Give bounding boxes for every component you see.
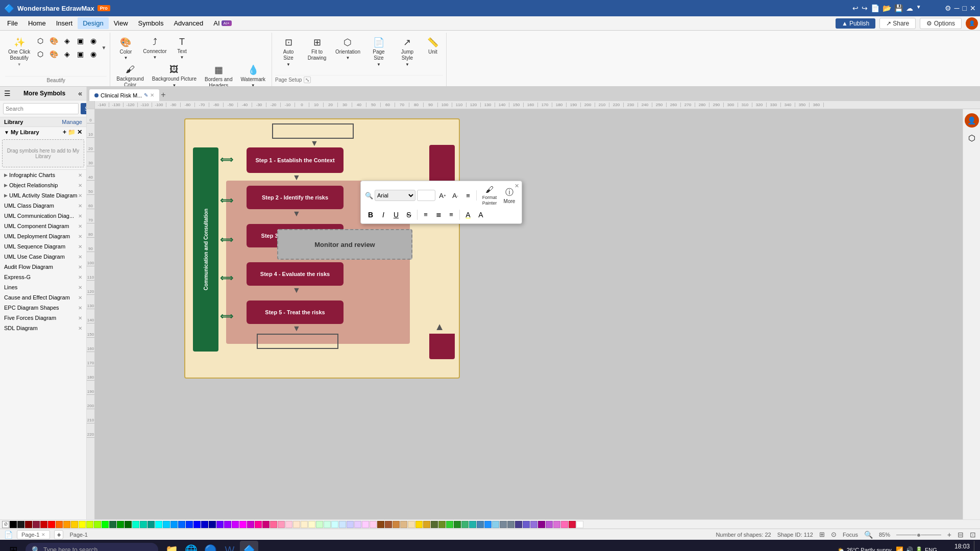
palette-c17[interactable]: [132, 521, 139, 528]
palette-c4[interactable]: [33, 521, 40, 528]
undo-btn[interactable]: ↩: [852, 4, 859, 12]
palette-c42[interactable]: [324, 521, 331, 528]
palette-c33[interactable]: [255, 521, 262, 528]
palette-c66[interactable]: [507, 521, 514, 528]
color-btn[interactable]: 🎨 Color ▼: [113, 35, 138, 62]
maximize-btn[interactable]: □: [963, 4, 967, 12]
sidebar-item-expressg[interactable]: Express-G ✕: [0, 272, 86, 282]
palette-c54[interactable]: [415, 521, 423, 528]
ribbon-icon-btn-5[interactable]: ◈: [61, 35, 73, 47]
add-library-icon[interactable]: +: [63, 129, 66, 136]
close-item-icon-4[interactable]: ✕: [78, 203, 82, 209]
palette-c61[interactable]: [469, 521, 476, 528]
palette-c68[interactable]: [523, 521, 530, 528]
page-tab-1[interactable]: Page-1 ✕: [17, 530, 50, 539]
search-button[interactable]: Search: [81, 103, 87, 114]
dropdown-arrow-beautify[interactable]: ▼: [101, 35, 107, 60]
palette-c69[interactable]: [530, 521, 537, 528]
open-file-btn[interactable]: 📂: [883, 4, 891, 12]
palette-c43[interactable]: [331, 521, 338, 528]
palette-c46[interactable]: [354, 521, 361, 528]
ribbon-icon-btn-4[interactable]: 🎨: [47, 48, 60, 60]
palette-c7[interactable]: [56, 521, 63, 528]
align-text-btn[interactable]: ≡: [446, 209, 457, 220]
focus-icon[interactable]: ⊙: [831, 531, 837, 538]
menu-insert[interactable]: Insert: [51, 17, 78, 29]
palette-c22[interactable]: [170, 521, 178, 528]
font-size-input[interactable]: 14: [417, 190, 435, 201]
align-btn[interactable]: ≡: [462, 190, 474, 201]
italic-btn[interactable]: I: [378, 209, 389, 220]
bold-btn[interactable]: B: [365, 209, 376, 220]
ribbon-icon-btn-3[interactable]: 🎨: [47, 35, 60, 47]
close-item-icon-9[interactable]: ✕: [78, 254, 82, 260]
palette-c37[interactable]: [285, 521, 292, 528]
ribbon-icon-btn-8[interactable]: ▣: [74, 48, 86, 60]
sidebar-item-five-forces[interactable]: Five Forces Diagram ✕: [0, 313, 86, 323]
format-painter-btn[interactable]: 🖌 Format Painter: [479, 184, 500, 207]
close-item-icon-8[interactable]: ✕: [78, 244, 82, 249]
palette-c28[interactable]: [216, 521, 224, 528]
close-item-icon-2[interactable]: ✕: [78, 183, 82, 188]
close-item-icon-12[interactable]: ✕: [78, 285, 82, 290]
palette-c10[interactable]: [79, 521, 86, 528]
sidebar-item-epc[interactable]: EPC Diagram Shapes ✕: [0, 303, 86, 313]
fit-drawing-btn[interactable]: ⊞ Fit toDrawing: [304, 35, 330, 63]
share-btn[interactable]: ↗ Share: [879, 18, 916, 29]
sidebar-item-uml-comm[interactable]: UML Communication Diag... ✕: [0, 211, 86, 221]
options-btn[interactable]: ⚙ Options: [920, 18, 962, 29]
step1-box[interactable]: Step 1 - Establish the Context: [247, 147, 344, 173]
palette-c3[interactable]: [25, 521, 32, 528]
text-btn[interactable]: T Text ▼: [172, 35, 192, 62]
sidebar-item-sdl[interactable]: SDL Diagram ✕: [0, 323, 86, 333]
bg-color-btn[interactable]: 🖌 BackgroundColor ▼: [113, 62, 146, 87]
palette-c72[interactable]: [553, 521, 560, 528]
palette-c62[interactable]: [477, 521, 484, 528]
ribbon-icon-btn-10[interactable]: ◉: [87, 48, 100, 60]
palette-c48[interactable]: [370, 521, 377, 528]
my-library-expand-icon[interactable]: ▼: [4, 130, 9, 135]
palette-c39[interactable]: [301, 521, 308, 528]
palette-c14[interactable]: [109, 521, 116, 528]
numbered-list-btn[interactable]: ≣: [433, 209, 444, 220]
close-item-icon-16[interactable]: ✕: [78, 325, 82, 331]
zoom-slider[interactable]: ────●────: [896, 531, 941, 539]
folder-library-icon[interactable]: 📁: [68, 129, 76, 136]
palette-c53[interactable]: [408, 521, 415, 528]
ribbon-icon-btn-1[interactable]: ⬡: [34, 35, 46, 47]
decrease-font-btn[interactable]: A-: [450, 190, 461, 201]
palette-c32[interactable]: [247, 521, 254, 528]
close-item-icon-14[interactable]: ✕: [78, 305, 82, 311]
manage-btn[interactable]: Manage: [62, 119, 82, 125]
full-screen-btn[interactable]: ⊡: [970, 531, 976, 539]
jump-style-btn[interactable]: ↗ JumpStyle ▼: [394, 35, 421, 69]
highlight-text-btn[interactable]: A: [462, 209, 474, 220]
battery-icon[interactable]: 🔋: [915, 546, 923, 551]
sidebar-collapse-icon[interactable]: «: [78, 89, 82, 97]
add-tab-btn[interactable]: +: [161, 89, 165, 101]
palette-c19[interactable]: [148, 521, 155, 528]
palette-c45[interactable]: [347, 521, 354, 528]
palette-c6[interactable]: [48, 521, 55, 528]
sidebar-item-uml-activity[interactable]: ▶UML Activity State Diagram ✕: [0, 190, 86, 201]
palette-c47[interactable]: [362, 521, 369, 528]
sidebar-item-uml-comp[interactable]: UML Component Diagram ✕: [0, 221, 86, 231]
font-select[interactable]: Arial: [375, 190, 415, 201]
close-item-icon-15[interactable]: ✕: [78, 315, 82, 321]
palette-c8[interactable]: [63, 521, 70, 528]
palette-c52[interactable]: [400, 521, 407, 528]
close-library-icon[interactable]: ✕: [77, 129, 82, 136]
palette-c41[interactable]: [316, 521, 323, 528]
task-icon-chrome[interactable]: 🔵: [201, 541, 219, 551]
borders-btn[interactable]: ▦ Borders andHeaders ▼: [202, 62, 235, 87]
right-panel-logo-icon[interactable]: ⬡: [965, 131, 979, 145]
palette-c31[interactable]: [239, 521, 247, 528]
palette-c70[interactable]: [538, 521, 545, 528]
connector-btn[interactable]: ⤴ Connector ▼: [140, 35, 169, 62]
increase-font-btn[interactable]: A+: [437, 190, 448, 201]
close-tab-icon[interactable]: ✕: [150, 92, 154, 98]
sidebar-item-uml-deploy[interactable]: UML Deployment Diagram ✕: [0, 231, 86, 241]
font-color-btn[interactable]: A: [475, 209, 486, 220]
one-click-beautify-btn[interactable]: ✨ One ClickBeautify ▼: [5, 35, 33, 69]
palette-c29[interactable]: [224, 521, 231, 528]
